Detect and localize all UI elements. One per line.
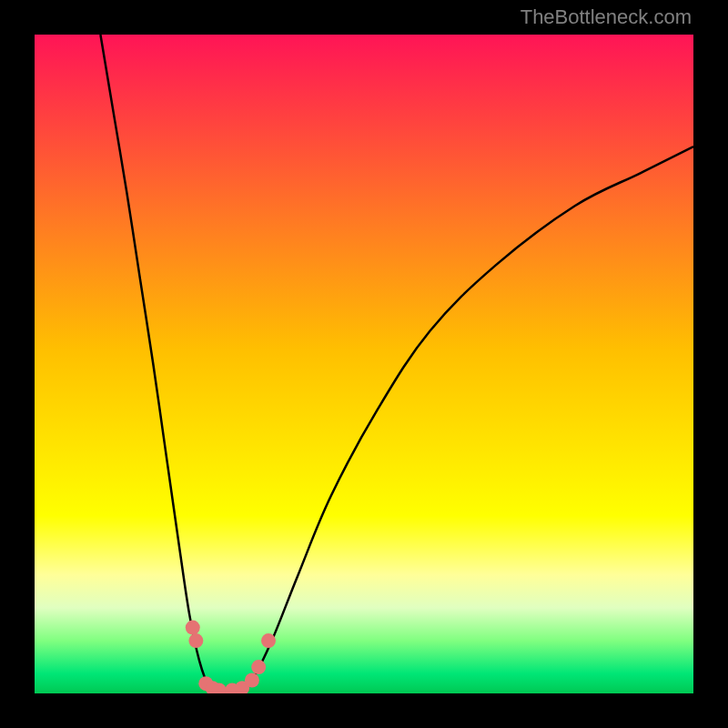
data-marker [245,673,259,688]
curve-left-curve [100,35,218,693]
curve-layer [35,35,693,693]
chart-container: TheBottleneck.com [0,0,728,728]
plot-area [35,35,693,693]
data-marker [188,633,203,648]
watermark-text: TheBottleneck.com [521,5,692,29]
data-marker [251,660,266,674]
curve-right-curve [238,147,693,693]
data-marker [261,633,276,648]
data-marker [186,621,200,635]
